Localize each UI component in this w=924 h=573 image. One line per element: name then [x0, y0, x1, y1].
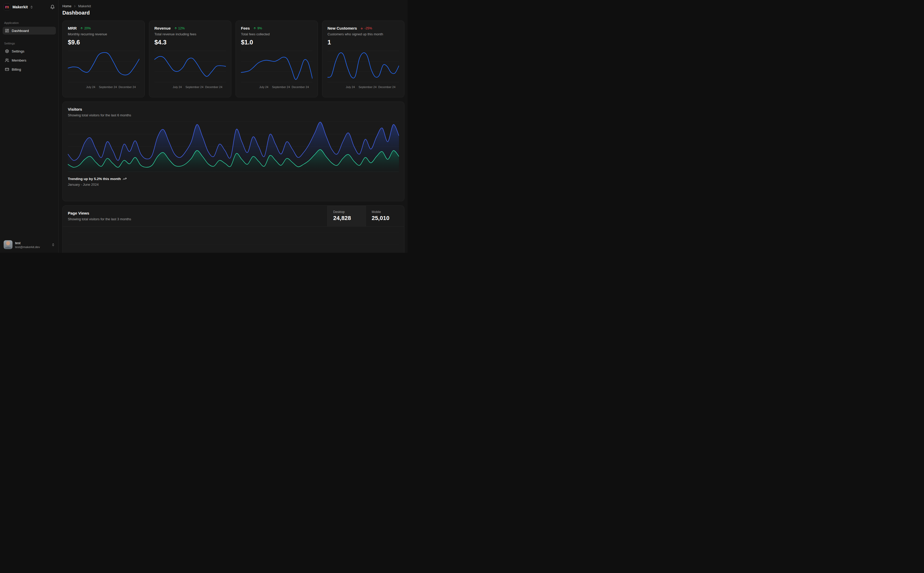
stat-cards-row: MRR 20% Monthly recurring revenue $9.6 J…: [63, 20, 405, 97]
toggle-mobile-label: Mobile: [372, 210, 398, 214]
sparkline-x-axis: July 24 September 24 December 24: [154, 85, 226, 89]
stat-card-revenue: Revenue 12% Total revenue including fees…: [149, 20, 231, 97]
stat-title: MRR: [68, 26, 77, 30]
visitors-subtitle: Showing total visitors for the last 6 mo…: [68, 113, 399, 117]
breadcrumb: Home Makerkit: [63, 4, 405, 8]
stat-subtitle: Monthly recurring revenue: [68, 32, 139, 36]
sidebar: m Makerkit Application Dashboard Setting…: [0, 0, 59, 253]
stat-delta-badge: -25%: [360, 27, 372, 30]
stat-card-mrr: MRR 20% Monthly recurring revenue $9.6 J…: [63, 20, 145, 97]
app-root: m Makerkit Application Dashboard Setting…: [0, 0, 408, 253]
sidebar-header: m Makerkit: [0, 0, 58, 14]
makerkit-logo: m: [4, 4, 10, 10]
workspace-name[interactable]: Makerkit: [13, 5, 28, 9]
sidebar-item-members[interactable]: Members: [3, 56, 56, 64]
arrow-up-icon: [253, 27, 256, 30]
stat-value: $1.0: [241, 39, 312, 46]
mrr-sparkline-chart: [68, 49, 139, 83]
stat-value: $9.6: [68, 39, 139, 46]
sidebar-item-dashboard[interactable]: Dashboard: [3, 27, 56, 34]
stat-subtitle: Customers who signed up this month: [328, 32, 399, 36]
stat-value: $4.3: [154, 39, 226, 46]
breadcrumb-home[interactable]: Home: [63, 4, 72, 8]
stat-value: 1: [328, 39, 399, 46]
sidebar-item-settings[interactable]: Settings: [3, 47, 56, 55]
user-meta: test test@makerkit.dev: [15, 241, 40, 249]
page-views-bar-chart: [68, 227, 399, 253]
toggle-desktop-label: Desktop: [333, 210, 360, 214]
chevron-right-icon: [73, 5, 77, 8]
sidebar-item-label: Members: [12, 58, 26, 62]
sparkline-x-axis: July 24 September 24 December 24: [328, 85, 399, 89]
stat-subtitle: Total fees collected: [241, 32, 312, 36]
arrow-up-icon: [174, 27, 177, 30]
user-name: test: [15, 241, 40, 245]
stat-delta-badge: 20%: [80, 27, 91, 30]
dashboard-icon: [5, 28, 9, 33]
stat-delta-badge: 9%: [253, 27, 262, 30]
notifications-bell-icon[interactable]: [50, 5, 55, 9]
revenue-sparkline-chart: [154, 49, 226, 83]
sparkline-x-axis: July 24 September 24 December 24: [241, 85, 312, 89]
visitors-date-range: January - June 2024: [68, 183, 399, 186]
toggle-mobile-value: 25,010: [372, 215, 398, 222]
stat-title: Fees: [241, 26, 250, 30]
page-title: Dashboard: [63, 10, 405, 16]
arrow-up-icon: [80, 27, 83, 30]
sidebar-item-label: Dashboard: [12, 29, 29, 33]
new-customers-sparkline-chart: [328, 49, 399, 83]
sidebar-item-label: Billing: [12, 67, 21, 71]
visitors-footer: Trending up by 5.2% this month January -…: [68, 177, 399, 186]
sidebar-item-label: Settings: [12, 49, 24, 53]
page-views-card: Page Views Showing total visitors for th…: [63, 205, 405, 253]
stat-subtitle: Total revenue including fees: [154, 32, 226, 36]
chevrons-up-down-icon[interactable]: [52, 243, 55, 246]
breadcrumb-makerkit[interactable]: Makerkit: [78, 4, 91, 8]
toggle-desktop[interactable]: Desktop 24,828: [327, 206, 366, 226]
stat-card-new-customers: New Customers -25% Customers who signed …: [322, 20, 405, 97]
avatar: [4, 240, 13, 249]
user-menu[interactable]: test test@makerkit.dev: [0, 237, 58, 253]
toggle-desktop-value: 24,828: [333, 215, 360, 222]
page-views-header: Page Views Showing total visitors for th…: [63, 206, 404, 227]
stat-title: Revenue: [154, 26, 171, 30]
stat-card-fees: Fees 9% Total fees collected $1.0 July 2…: [235, 20, 318, 97]
chevrons-up-down-icon[interactable]: [30, 5, 33, 9]
toggle-mobile[interactable]: Mobile 25,010: [366, 206, 404, 226]
nav-section-settings: Settings: [3, 42, 56, 45]
arrow-down-icon: [360, 27, 363, 30]
logo-letter: m: [5, 5, 9, 9]
users-icon: [5, 58, 9, 62]
gear-icon: [5, 49, 9, 53]
stat-title: New Customers: [328, 26, 357, 30]
fees-sparkline-chart: [241, 49, 312, 83]
visitors-trend-text: Trending up by 5.2% this month: [68, 177, 121, 181]
nav-section-application: Application: [3, 21, 56, 24]
visitors-card: Visitors Showing total visitors for the …: [63, 102, 405, 201]
credit-card-icon: [5, 67, 9, 71]
page-views-subtitle: Showing total visitors for the last 3 mo…: [68, 217, 322, 221]
page-views-title: Page Views: [68, 211, 322, 215]
sparkline-x-axis: July 24 September 24 December 24: [68, 85, 139, 89]
sidebar-item-billing[interactable]: Billing: [3, 66, 56, 73]
visitors-area-chart: [68, 121, 399, 172]
visitors-title: Visitors: [68, 107, 399, 111]
stat-delta-badge: 12%: [174, 27, 185, 30]
main-content: Home Makerkit Dashboard MRR 20% Monthly …: [59, 0, 408, 253]
trending-up-icon: [123, 177, 127, 181]
sidebar-nav: Application Dashboard Settings Settings …: [0, 14, 58, 75]
user-email: test@makerkit.dev: [15, 246, 40, 249]
